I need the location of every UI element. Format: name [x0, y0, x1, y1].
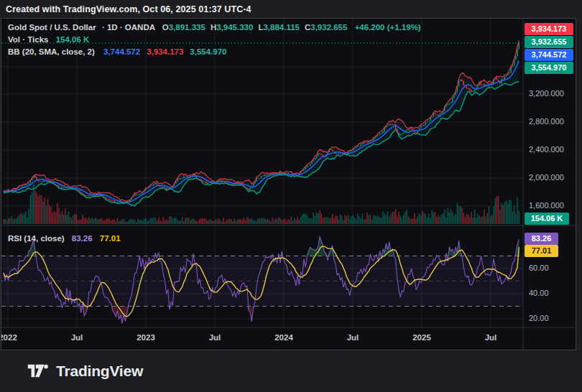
symbol-legend-row: Gold Spot / U.S. Dollar · 1D · OANDA O3,…: [8, 23, 421, 32]
bollinger-value: 3,744.572: [103, 47, 140, 56]
ohlc-key: C: [305, 23, 310, 32]
price-axis-label: 3,934.173: [525, 23, 573, 35]
volume-legend-value: 154.06 K: [56, 35, 90, 44]
time-tick-label: Jul: [475, 333, 507, 342]
time-tick-label: 2022: [1, 333, 24, 342]
time-tick-label: 2023: [130, 333, 162, 342]
ohlc-key: H: [211, 23, 216, 32]
chart-widget[interactable]: Gold Spot / U.S. Dollar · 1D · OANDA O3,…: [1, 18, 576, 350]
time-tick-label: Jul: [199, 333, 231, 342]
rsi-value: 83.26: [72, 234, 93, 243]
change-value: +46.200 (+1.19%): [355, 23, 421, 32]
symbol-meta: · 1D · OANDA: [102, 23, 155, 32]
bollinger-value: 3,934.173: [147, 47, 183, 56]
price-tick-label: 1,600.000: [529, 201, 564, 210]
attribution-text: Created with TradingView.com, Oct 06, 20…: [6, 4, 251, 14]
rsi-tick-label: 60.00: [529, 263, 549, 272]
price-tick-label: 3,200.000: [529, 89, 564, 98]
tradingview-snapshot: Created with TradingView.com, Oct 06, 20…: [0, 0, 582, 392]
rsi-axis-label: 83.26: [525, 233, 558, 245]
bollinger-values: 3,744.5723,934.1733,554.970: [97, 47, 227, 56]
bollinger-value: 3,554.970: [190, 47, 226, 56]
ohlc-value: 3,891.335: [169, 23, 205, 32]
time-tick-label: Jul: [337, 333, 369, 342]
rsi-legend-label: RSI (14, close): [8, 234, 65, 243]
price-axis-label: 3,932.655: [525, 36, 573, 48]
time-tick-label: 2024: [268, 333, 300, 342]
ohlc-key: O: [162, 23, 169, 32]
time-tick-label: Jul: [61, 333, 93, 342]
footer-bar: TradingView: [0, 350, 582, 392]
ohlc-values: O3,891.335H3,945.330L3,884.115C3,932.655: [157, 23, 348, 32]
price-chart-canvas[interactable]: [1, 19, 576, 350]
ohlc-value: 3,945.330: [216, 23, 253, 32]
volume-legend-row: Vol · Ticks 154.06 K: [8, 35, 89, 44]
price-axis-label: 3,554.970: [525, 62, 573, 74]
price-axis-label: 154.06 K: [525, 213, 569, 225]
bollinger-legend-row: BB (20, SMA, close, 2) 3,744.5723,934.17…: [8, 47, 227, 56]
tradingview-logo-icon[interactable]: [27, 362, 49, 380]
time-tick-label: 2025: [406, 333, 438, 342]
bollinger-legend-label: BB (20, SMA, close, 2): [8, 47, 95, 56]
volume-legend-label: Vol · Ticks: [8, 35, 48, 44]
rsi-tick-label: 20.00: [529, 314, 549, 322]
rsi-tick-label: 40.00: [529, 289, 549, 297]
tradingview-brand-text[interactable]: TradingView: [56, 363, 143, 380]
ohlc-value: 3,932.655: [310, 23, 347, 32]
price-axis-label: 3,744.572: [525, 49, 573, 61]
rsi-legend-row: RSI (14, close) 83.26 77.01: [8, 234, 121, 243]
rsi-axis-label: 77.01: [525, 245, 558, 257]
rsi-ma-value: 77.01: [100, 234, 121, 243]
attribution-bar: Created with TradingView.com, Oct 06, 20…: [0, 0, 582, 18]
ohlc-value: 3,884.115: [263, 23, 300, 32]
price-tick-label: 2,800.000: [529, 117, 564, 126]
price-tick-label: 2,000.000: [529, 173, 564, 182]
price-tick-label: 2,400.000: [529, 145, 564, 154]
symbol-title: Gold Spot / U.S. Dollar: [8, 23, 96, 32]
